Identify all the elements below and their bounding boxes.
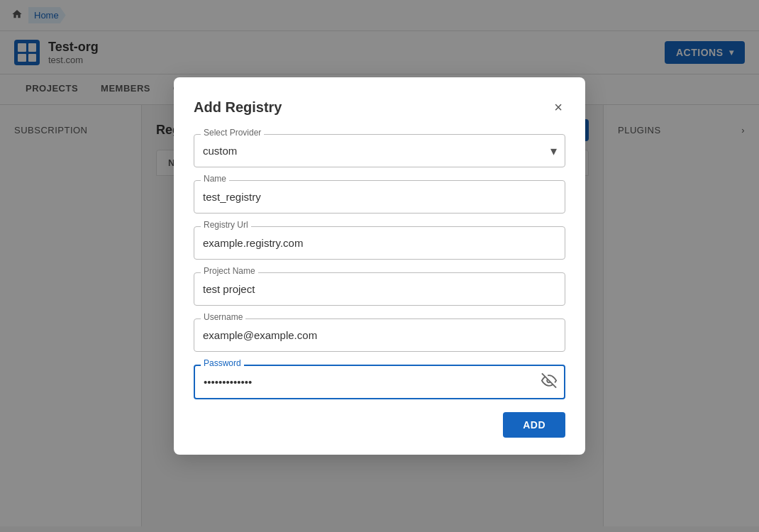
name-input[interactable] [194,180,565,214]
provider-select[interactable]: custom docker gcr ecr acr [194,134,565,167]
modal-close-button[interactable]: × [551,97,565,117]
registry-url-field: Registry Url [194,226,565,260]
provider-label: Select Provider [201,128,264,138]
project-name-input[interactable] [194,272,565,306]
toggle-password-button[interactable] [541,372,557,392]
add-button[interactable]: ADD [503,412,565,438]
provider-select-wrapper: custom docker gcr ecr acr ▾ [194,134,565,167]
name-field: Name [194,180,565,214]
add-registry-modal: Add Registry × Select Provider custom do… [174,77,585,455]
name-label: Name [201,174,229,184]
project-name-label: Project Name [201,266,258,276]
password-input[interactable] [194,365,565,399]
provider-field: Select Provider custom docker gcr ecr ac… [194,134,565,167]
modal-title: Add Registry [194,99,282,116]
password-label: Password [201,358,244,368]
username-label: Username [201,312,245,322]
modal-overlay: Add Registry × Select Provider custom do… [0,0,759,532]
modal-footer: ADD [194,412,565,438]
password-field: Password [194,365,565,399]
project-name-field: Project Name [194,272,565,306]
registry-url-label: Registry Url [201,220,251,230]
username-field: Username [194,318,565,352]
eye-off-icon [541,372,557,388]
registry-url-input[interactable] [194,226,565,260]
username-input[interactable] [194,318,565,352]
modal-header: Add Registry × [194,97,565,117]
password-wrapper [194,365,565,399]
